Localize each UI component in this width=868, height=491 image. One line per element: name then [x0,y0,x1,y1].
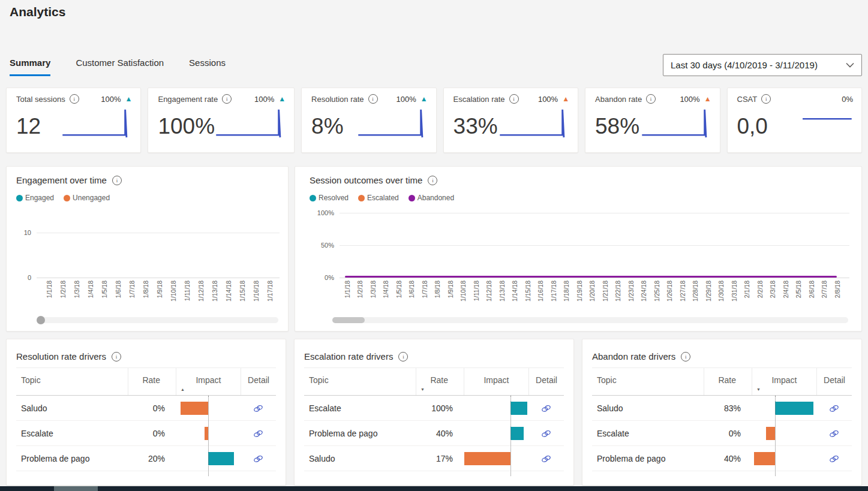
detail-link-icon[interactable] [828,427,840,439]
info-icon[interactable] [112,176,122,185]
x-axis-label: 2/2/18 [753,281,767,315]
legend-item-unengaged[interactable]: Unengaged [64,194,110,202]
detail-link-icon[interactable] [828,402,840,414]
column-header-impact[interactable]: Impact [464,368,528,395]
legend-item-abandoned[interactable]: Abandoned [409,194,454,202]
detail-link-icon[interactable] [253,402,265,414]
legend-dot [409,195,415,201]
legend-dot [310,195,316,201]
info-icon[interactable] [70,94,79,104]
sort-descending-icon: ▼ [421,387,425,391]
x-axis-label: 1/16/18 [250,281,263,315]
info-icon[interactable] [112,352,121,362]
tab-customer-satisfaction[interactable]: Customer Satisfaction [76,58,164,76]
series-line-abandoned [345,276,837,278]
sort-ascending-icon: ▲ [181,387,185,391]
column-header-rate[interactable]: Rate [704,368,752,395]
x-axis-label: 1/17/18 [547,281,560,315]
kpi-delta: 100% [101,95,121,104]
column-header-detail[interactable]: Detail [528,368,564,395]
column-header-topic[interactable]: Topic [304,368,416,395]
info-icon[interactable] [646,94,656,104]
table-row: Problema de pago20% [16,446,276,471]
info-icon[interactable] [398,352,408,362]
analytics-dashboard: Analytics SummaryCustomer SatisfactionSe… [0,0,868,491]
kpi-body: 58% [595,105,711,140]
tab-sessions[interactable]: Sessions [189,58,226,76]
column-header-rate[interactable]: ▼Rate [416,368,464,395]
info-icon[interactable] [761,94,771,104]
table-header: TopicRate▼ImpactDetail [592,368,852,396]
scrollbar-thumb[interactable] [332,317,365,323]
detail-link-icon[interactable] [540,402,552,414]
info-icon[interactable] [681,352,690,362]
x-axis-label: 1/12/18 [194,281,208,315]
tab-summary[interactable]: Summary [10,58,50,76]
x-axis-label: 1/1/18 [43,281,56,315]
y-axis-tick-label: 10 [24,229,31,236]
date-range-dropdown[interactable]: Last 30 days (4/10/2019 - 3/11/2019) [663,54,862,76]
chart-plot-area: 100%50%0% [340,213,849,278]
column-header-topic[interactable]: Topic [592,368,704,395]
topic-cell: Escalate [592,429,704,438]
info-icon[interactable] [428,176,437,185]
kpi-card: Resolution rate 100% ▲ 8% [301,88,436,153]
x-axis-label: 2/3/18 [767,281,780,315]
detail-link-icon[interactable] [540,427,552,439]
detail-link-icon[interactable] [253,427,265,439]
info-icon[interactable] [368,94,378,104]
info-icon[interactable] [509,94,519,104]
column-label: Detail [248,375,269,385]
x-axis-label-text: 1/4/18 [383,281,389,298]
page-horizontal-scrollbar[interactable] [0,486,868,491]
column-header-impact[interactable]: ▲Impact [176,368,241,395]
session-outcomes-card: Session outcomes over time ResolvedEscal… [295,166,862,332]
x-axis-label-text: 1/14/18 [512,281,518,302]
info-icon[interactable] [222,94,232,104]
kpi-body: 8% [311,105,427,140]
kpi-delta: 100% [680,95,699,104]
scrollbar-thumb[interactable] [37,316,45,324]
x-axis-label-text: 1/5/18 [101,281,108,298]
detail-link-icon[interactable] [253,453,265,465]
x-axis-label: 1/6/18 [406,281,419,315]
x-axis-label-text: 1/22/18 [615,281,621,302]
x-axis-label-text: 1/27/18 [680,281,686,302]
kpi-sparkline [498,105,569,140]
x-axis-label-text: 1/24/18 [641,281,647,302]
detail-link-icon[interactable] [540,453,552,465]
column-label: Detail [824,375,845,385]
x-axis-label-text: 1/15/18 [239,281,246,302]
page-scrollbar-thumb[interactable] [54,486,98,491]
x-axis-label-text: 1/1/18 [344,281,351,298]
legend-item-resolved[interactable]: Resolved [310,194,349,202]
table-row: Escalate0% [592,421,852,446]
chart-horizontal-scrollbar[interactable] [37,317,278,323]
x-axis-label-text: 1/5/18 [396,281,403,298]
x-axis-label-text: 2/2/18 [757,281,764,298]
x-axis-label: 1/28/18 [689,281,702,315]
x-axis-label-text: 1/23/18 [628,281,635,302]
legend-item-escalated[interactable]: Escalated [358,194,399,202]
column-header-detail[interactable]: Detail [816,368,852,395]
column-header-rate[interactable]: Rate [128,368,176,395]
kpi-label: Resolution rate [311,95,364,104]
column-header-detail[interactable]: Detail [241,368,276,395]
kpi-delta: 100% [254,95,274,104]
table-title: Escalation rate drivers [304,351,393,362]
x-axis-label-text: 1/3/18 [370,281,377,298]
kpi-delta: 100% [538,95,558,104]
impact-cell [464,396,528,420]
detail-link-icon[interactable] [828,453,840,465]
column-header-impact[interactable]: ▼Impact [752,368,816,395]
x-axis-label-text: 2/7/18 [821,281,828,298]
chart-horizontal-scrollbar[interactable] [332,317,848,323]
trend-up-icon: ▲ [278,95,286,103]
column-header-topic[interactable]: Topic [16,368,128,395]
kpi-delta: 0% [842,95,853,104]
legend-item-engaged[interactable]: Engaged [16,194,54,202]
rate-cell: 40% [416,429,464,438]
column-label: Impact [483,375,509,385]
topic-cell: Escalate [16,429,128,438]
topic-cell: Saludo [16,403,128,413]
